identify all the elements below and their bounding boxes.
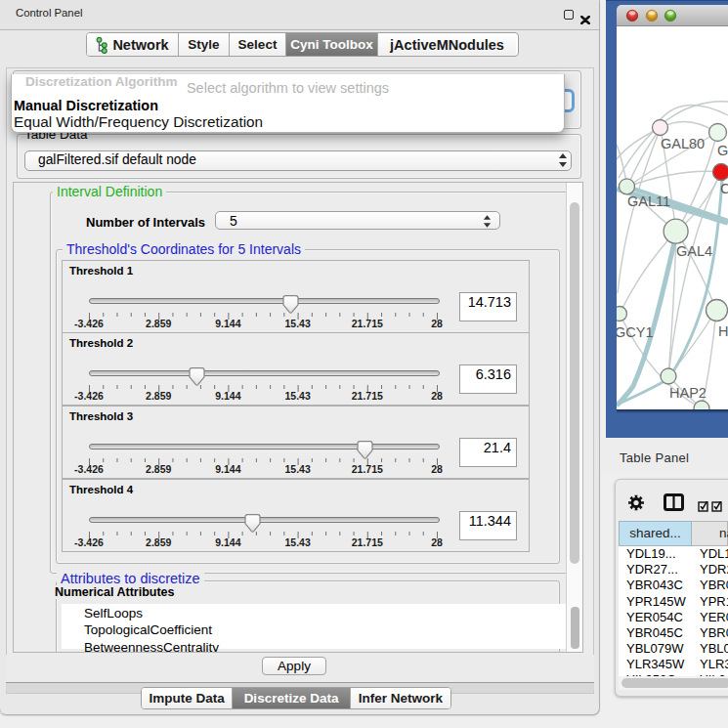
svg-text:GAL4: GAL4 — [676, 243, 712, 259]
svg-text:H: H — [718, 323, 728, 339]
svg-text:GAL80: GAL80 — [661, 136, 705, 151]
svg-text:G...: G... — [717, 143, 728, 158]
svg-text:GAL11: GAL11 — [627, 193, 670, 209]
svg-text:GCY1: GCY1 — [617, 324, 654, 340]
svg-text:HAP2: HAP2 — [669, 385, 707, 401]
svg-text:C: C — [720, 181, 728, 196]
